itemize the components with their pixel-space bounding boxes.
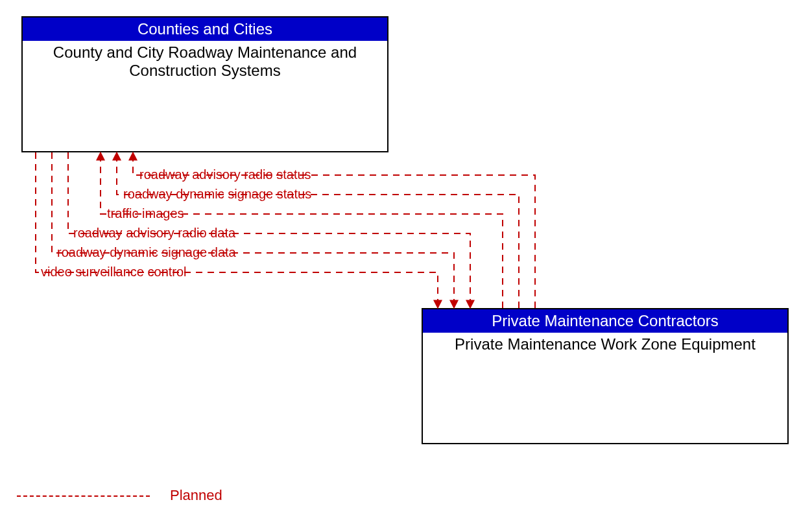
flow-label-video-surveillance-control: video surveillance control xyxy=(41,265,187,280)
entity-box-private-contractors: Private Maintenance Contractors Private … xyxy=(422,308,789,444)
legend-line-planned xyxy=(17,495,150,497)
entity-box-counties-cities: Counties and Cities County and City Road… xyxy=(21,16,388,152)
flow-label-roadway-dynamic-signage-status: roadway dynamic signage status xyxy=(123,187,311,202)
legend-label-planned: Planned xyxy=(170,487,222,504)
entity-header-private-contractors: Private Maintenance Contractors xyxy=(423,309,787,333)
entity-header-counties-cities: Counties and Cities xyxy=(23,18,387,41)
flow-label-roadway-advisory-radio-data: roadway advisory radio data xyxy=(73,226,235,241)
flow-label-roadway-dynamic-signage-data: roadway dynamic signage data xyxy=(57,245,236,260)
entity-body-county-city-roadway: County and City Roadway Maintenance and … xyxy=(23,41,387,79)
flow-label-traffic-images: traffic images xyxy=(107,206,184,221)
flow-label-roadway-advisory-radio-status: roadway advisory radio status xyxy=(139,167,311,182)
entity-body-private-work-zone: Private Maintenance Work Zone Equipment xyxy=(423,333,787,353)
